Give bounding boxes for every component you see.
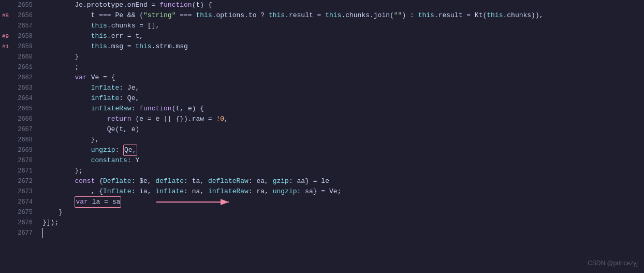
code-line-2662: var Ve = { — [42, 73, 639, 83]
code-line-2659: this.msg = this.strm.msg — [42, 41, 639, 52]
line-numbers: 2655 2656 2657 2658 2659 2660 2661 2662 … — [11, 0, 37, 273]
code-line-2658: this.err = t, — [42, 31, 639, 41]
code-container: #8 #9 #1 2655 2656 2657 2658 2659 2660 2… — [0, 0, 644, 273]
marker-20 — [2, 197, 11, 207]
ln-2676: 2676 — [16, 218, 33, 228]
marker-14 — [2, 135, 11, 145]
marker-17 — [2, 166, 11, 176]
ln-2675: 2675 — [16, 207, 33, 218]
code-line-2674: var la = sa — [42, 197, 639, 207]
code-line-2671: }; — [42, 166, 639, 176]
code-line-2661: ; — [42, 62, 639, 73]
marker-3 — [2, 21, 11, 31]
marker-11 — [2, 104, 11, 114]
ln-2660: 2660 — [16, 52, 33, 62]
ln-2667: 2667 — [16, 124, 33, 135]
code-line-2667: Qe(t, e) — [42, 124, 639, 135]
marker-16 — [2, 155, 11, 166]
code-line-2670: constants: Y — [42, 155, 639, 166]
ln-2664: 2664 — [16, 93, 33, 104]
marker-18 — [2, 176, 11, 186]
code-line-2665: inflateRaw: function(t, e) { — [42, 104, 639, 114]
ln-2671: 2671 — [16, 166, 33, 176]
code-line-2673: , {Inflate: ia, inflate: na, inflateRaw:… — [42, 186, 639, 197]
marker-4: #9 — [2, 31, 11, 41]
ln-2657: 2657 — [16, 21, 33, 31]
left-markers: #8 #9 #1 — [0, 0, 11, 273]
code-line-2672: const {Deflate: $e, deflate: ta, deflate… — [42, 176, 639, 186]
marker-7 — [2, 62, 11, 73]
code-line-2677 — [42, 228, 639, 238]
ln-2669: 2669 — [16, 145, 33, 155]
ln-2662: 2662 — [16, 73, 33, 83]
marker-2: #8 — [2, 10, 11, 21]
code-line-2675: } — [42, 207, 639, 218]
marker-23 — [2, 228, 11, 238]
code-line-2656: t === Pe && ("string" === this.options.t… — [42, 10, 639, 21]
ln-2673: 2673 — [16, 186, 33, 197]
ln-2656: 2656 — [16, 10, 33, 21]
marker-5: #1 — [2, 41, 11, 52]
marker-22 — [2, 218, 11, 228]
marker-21 — [2, 207, 11, 218]
code-line-2657: this.chunks = [], — [42, 21, 639, 31]
marker-1 — [2, 0, 11, 10]
code-line-2660: } — [42, 52, 639, 62]
ln-2674: 2674 — [16, 197, 33, 207]
marker-6 — [2, 52, 11, 62]
ln-2663: 2663 — [16, 83, 33, 93]
ln-2672: 2672 — [16, 176, 33, 186]
marker-8 — [2, 73, 11, 83]
ln-2665: 2665 — [16, 104, 33, 114]
code-line-2668: }, — [42, 135, 639, 145]
ln-2670: 2670 — [16, 155, 33, 166]
watermark: CSDN @princezyj — [588, 260, 638, 267]
ln-2659: 2659 — [16, 41, 33, 52]
code-line-2666: return (e = e || {}).raw = !0, — [42, 114, 639, 124]
code-line-2655: Je.prototype.onEnd = function(t) { — [42, 0, 639, 10]
marker-19 — [2, 186, 11, 197]
marker-13 — [2, 124, 11, 135]
marker-12 — [2, 114, 11, 124]
ln-2666: 2666 — [16, 114, 33, 124]
code-line-2669: ungzip: Qe, — [42, 145, 639, 155]
code-line-2664: inflate: Qe, — [42, 93, 639, 104]
ln-2661: 2661 — [16, 62, 33, 73]
marker-15 — [2, 145, 11, 155]
code-area: Je.prototype.onEnd = function(t) { t ===… — [37, 0, 644, 273]
marker-10 — [2, 93, 11, 104]
ln-2658: 2658 — [16, 31, 33, 41]
code-line-2676: }]); — [42, 218, 639, 228]
arrow-svg — [156, 196, 239, 208]
code-line-2663: Inflate: Je, — [42, 83, 639, 93]
ln-2655: 2655 — [16, 0, 33, 10]
marker-9 — [2, 83, 11, 93]
ln-2668: 2668 — [16, 135, 33, 145]
ln-2677: 2677 — [16, 228, 33, 238]
